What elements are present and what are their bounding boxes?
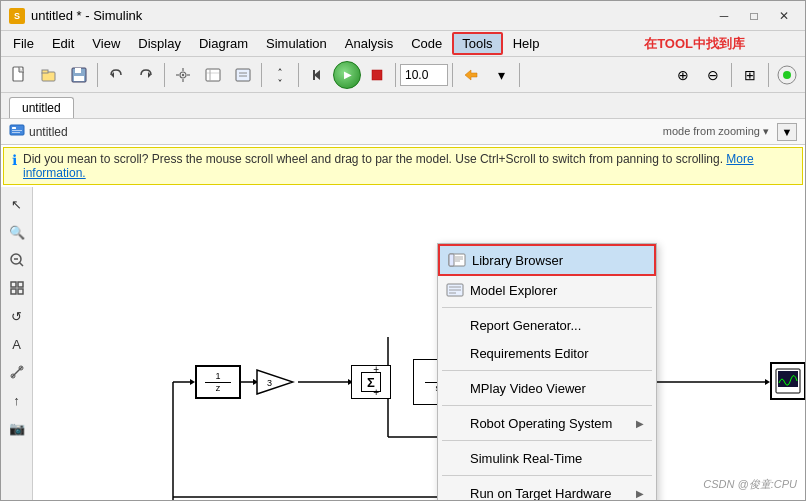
svg-rect-38 [18, 289, 23, 294]
menu-display[interactable]: Display [130, 34, 189, 53]
pan-button[interactable] [266, 61, 294, 89]
watermark: CSDN @俊童:CPU [703, 477, 797, 492]
library-button[interactable] [199, 61, 227, 89]
toolbar-sep-2 [164, 63, 165, 87]
navigate-up-tool[interactable]: ↑ [4, 387, 30, 413]
svg-point-11 [182, 73, 184, 75]
zoom-in-tool[interactable]: 🔍 [4, 219, 30, 245]
chinese-annotation: 在TOOL中找到库 [644, 35, 745, 53]
dropdown-arrow-button[interactable]: ▼ [777, 123, 797, 141]
minimize-button[interactable]: ─ [711, 6, 737, 26]
zoom-out-tool[interactable] [4, 247, 30, 273]
gain-block[interactable]: 3 [255, 368, 295, 396]
menu-help[interactable]: Help [505, 34, 548, 53]
unit-delay-label: 1 z [205, 371, 231, 394]
sum-label: + + Σ [361, 372, 381, 392]
robot-os-icon [446, 414, 464, 432]
info-text: Did you mean to scroll? Press the mouse … [23, 152, 794, 180]
close-button[interactable]: ✕ [771, 6, 797, 26]
sim-time-input[interactable]: 10.0 [400, 64, 448, 86]
sum-block[interactable]: + + Σ [351, 365, 391, 399]
select-tool[interactable]: ↖ [4, 191, 30, 217]
wiring-svg [33, 187, 805, 500]
maximize-button[interactable]: □ [741, 6, 767, 26]
run-target-icon [446, 484, 464, 500]
sep-4 [442, 440, 652, 441]
svg-rect-16 [206, 69, 220, 81]
open-button[interactable] [35, 61, 63, 89]
requirements-editor-label: Requirements Editor [470, 346, 644, 361]
svg-marker-64 [257, 370, 293, 394]
untitled-tab[interactable]: untitled [9, 97, 74, 118]
main-canvas[interactable]: 1 z 3 [33, 187, 805, 500]
grid-button[interactable]: ⊞ [736, 61, 764, 89]
text-tool[interactable]: A [4, 331, 30, 357]
title-bar-left: S untitled * - Simulink [9, 8, 142, 24]
svg-rect-29 [12, 127, 16, 129]
simulink-realtime-label: Simulink Real-Time [470, 451, 644, 466]
mplay-item[interactable]: MPlay Video Viewer [438, 374, 656, 402]
svg-line-39 [12, 367, 22, 377]
tab-bar: untitled [1, 93, 805, 119]
fast-restart-button[interactable] [457, 61, 485, 89]
toolbar-sep-4 [298, 63, 299, 87]
zoom-out-button[interactable]: ⊖ [699, 61, 727, 89]
connect-tool[interactable] [4, 359, 30, 385]
report-generator-item[interactable]: Report Generator... [438, 311, 656, 339]
sep-5 [442, 475, 652, 476]
robot-os-item[interactable]: Robot Operating System ▶ [438, 409, 656, 437]
stop-button[interactable] [363, 61, 391, 89]
report-generator-label: Report Generator... [470, 318, 644, 333]
explorer-button[interactable] [229, 61, 257, 89]
save-button[interactable] [65, 61, 93, 89]
menu-view[interactable]: View [84, 34, 128, 53]
menu-diagram[interactable]: Diagram [191, 34, 256, 53]
rotate-tool[interactable]: ↺ [4, 303, 30, 329]
step-back-button[interactable] [303, 61, 331, 89]
toolbar-sep-3 [261, 63, 262, 87]
info-icon: ℹ [12, 152, 17, 168]
main-area: untitled untitled mode from zooming ▾ ▼ … [1, 93, 805, 500]
svg-point-27 [783, 71, 791, 79]
new-button[interactable] [5, 61, 33, 89]
zoom-in-button[interactable]: ⊕ [669, 61, 697, 89]
unit-delay-block[interactable]: 1 z [195, 365, 241, 399]
run-target-label: Run on Target Hardware [470, 486, 630, 501]
model-explorer-item[interactable]: Model Explorer [438, 276, 656, 304]
toolbar-sep-9 [768, 63, 769, 87]
menu-analysis[interactable]: Analysis [337, 34, 401, 53]
menu-simulation[interactable]: Simulation [258, 34, 335, 53]
scope-block[interactable] [770, 362, 805, 400]
redo-button[interactable] [132, 61, 160, 89]
sep-3 [442, 405, 652, 406]
model-explorer-label: Model Explorer [470, 283, 644, 298]
menu-file[interactable]: File [5, 34, 42, 53]
run-target-item[interactable]: Run on Target Hardware ▶ [438, 479, 656, 500]
menu-tools[interactable]: Tools [452, 32, 502, 55]
status-button[interactable] [773, 61, 801, 89]
menu-code[interactable]: Code [403, 34, 450, 53]
screenshot-tool[interactable]: 📷 [4, 415, 30, 441]
mplay-label: MPlay Video Viewer [470, 381, 644, 396]
tools-dropdown-menu: Library Browser [437, 243, 657, 500]
fit-view-tool[interactable] [4, 275, 30, 301]
library-browser-item[interactable]: Library Browser [438, 244, 656, 276]
svg-rect-6 [75, 68, 81, 73]
toolbar-sep-6 [452, 63, 453, 87]
toolbar-sep-8 [731, 63, 732, 87]
run-button[interactable] [333, 61, 361, 89]
fast-restart-dropdown[interactable]: ▾ [487, 61, 515, 89]
app-icon: S [9, 8, 25, 24]
canvas-container: ↖ 🔍 ↺ A ↑ 📷 [1, 187, 805, 500]
requirements-editor-item[interactable]: Requirements Editor [438, 339, 656, 367]
svg-rect-35 [11, 282, 16, 287]
more-info-link[interactable]: More information. [23, 152, 754, 180]
model-settings-button[interactable] [169, 61, 197, 89]
undo-button[interactable] [102, 61, 130, 89]
fit-view-dropdown[interactable]: mode from zooming ▾ [663, 125, 769, 138]
info-bar: ℹ Did you mean to scroll? Press the mous… [3, 147, 803, 185]
robot-os-label: Robot Operating System [470, 416, 630, 431]
svg-rect-2 [13, 67, 23, 81]
menu-edit[interactable]: Edit [44, 34, 82, 53]
simulink-realtime-item[interactable]: Simulink Real-Time [438, 444, 656, 472]
